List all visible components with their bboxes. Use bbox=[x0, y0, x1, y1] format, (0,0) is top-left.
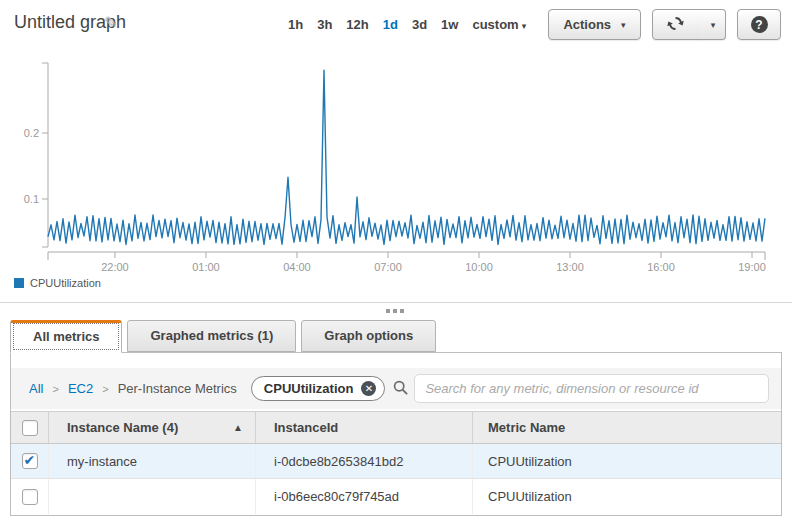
column-header-instance-name[interactable]: Instance Name (4) bbox=[67, 420, 178, 435]
cell-instance-id: i-0dcbe8b2653841bd2 bbox=[256, 444, 473, 478]
legend-item-cpuutilization[interactable]: CPUUtilization bbox=[14, 277, 101, 289]
metric-browse-bar: All > EC2 > Per-Instance Metrics CPUUtil… bbox=[11, 368, 781, 409]
filter-pill-label: CPUUtilization bbox=[264, 381, 354, 396]
column-header-metric-name[interactable]: Metric Name bbox=[473, 412, 781, 443]
time-range-selector: 1h 3h 12h 1d 3d 1w custom▾ bbox=[288, 17, 526, 32]
actions-button[interactable]: Actions ▾ bbox=[548, 9, 641, 40]
section-divider bbox=[0, 302, 792, 303]
help-button[interactable]: ? bbox=[737, 9, 781, 40]
search-icon bbox=[393, 380, 408, 398]
help-icon: ? bbox=[751, 16, 768, 33]
chevron-down-icon: ▾ bbox=[711, 20, 716, 30]
svg-text:0.2: 0.2 bbox=[24, 127, 39, 139]
legend-label: CPUUtilization bbox=[30, 277, 101, 289]
column-header-instance-id[interactable]: InstanceId bbox=[256, 412, 473, 443]
breadcrumb-separator: > bbox=[52, 383, 58, 395]
metrics-table: Instance Name (4) ▲ InstanceId Metric Na… bbox=[11, 411, 781, 514]
svg-text:13:00: 13:00 bbox=[556, 261, 584, 273]
svg-text:10:00: 10:00 bbox=[465, 261, 493, 273]
svg-text:16:00: 16:00 bbox=[647, 261, 675, 273]
time-range-item-custom[interactable]: custom▾ bbox=[472, 17, 526, 32]
chevron-down-icon: ▾ bbox=[621, 20, 626, 30]
svg-text:01:00: 01:00 bbox=[192, 261, 220, 273]
metric-line-chart[interactable]: 0.10.222:0001:0004:0007:0010:0013:0016:0… bbox=[0, 55, 792, 277]
svg-text:19:00: 19:00 bbox=[738, 261, 766, 273]
breadcrumb-separator: > bbox=[102, 383, 108, 395]
remove-filter-icon[interactable]: ✕ bbox=[361, 381, 376, 396]
time-range-item[interactable]: 3h bbox=[317, 17, 332, 32]
svg-text:07:00: 07:00 bbox=[374, 261, 402, 273]
actions-label: Actions bbox=[563, 17, 611, 32]
table-header-row: Instance Name (4) ▲ InstanceId Metric Na… bbox=[11, 411, 781, 444]
legend-color-swatch bbox=[14, 278, 24, 288]
cell-instance-name: my-instance bbox=[49, 444, 256, 478]
breadcrumb: All > EC2 > Per-Instance Metrics bbox=[29, 381, 237, 396]
svg-text:22:00: 22:00 bbox=[101, 261, 129, 273]
table-row[interactable]: my-instance i-0dcbe8b2653841bd2 CPUUtili… bbox=[11, 444, 781, 479]
all-metrics-panel: All > EC2 > Per-Instance Metrics CPUUtil… bbox=[10, 352, 782, 516]
table-row[interactable]: i-0b6eec80c79f745ad CPUUtilization bbox=[11, 479, 781, 514]
edit-title-pencil-icon[interactable]: ✎ bbox=[104, 13, 117, 32]
search-input[interactable] bbox=[414, 374, 769, 403]
cell-instance-name bbox=[49, 479, 256, 514]
chart-svg: 0.10.222:0001:0004:0007:0010:0013:0016:0… bbox=[0, 55, 792, 277]
chevron-down-icon: ▾ bbox=[522, 21, 527, 31]
refresh-options-button[interactable]: ▾ bbox=[698, 9, 726, 40]
cell-metric-name: CPUUtilization bbox=[473, 444, 781, 478]
metrics-tabs: All metrics Graphed metrics (1) Graph op… bbox=[10, 320, 436, 352]
graph-toolbar: Untitled graph ✎ 1h 3h 12h 1d 3d 1w cust… bbox=[0, 0, 792, 55]
refresh-button[interactable] bbox=[652, 9, 699, 40]
select-all-checkbox[interactable] bbox=[22, 420, 38, 436]
sort-ascending-icon[interactable]: ▲ bbox=[233, 422, 243, 433]
time-range-item[interactable]: 1d bbox=[383, 17, 398, 32]
tab-graphed-metrics[interactable]: Graphed metrics (1) bbox=[127, 320, 296, 352]
refresh-icon bbox=[667, 15, 684, 35]
search-zone bbox=[393, 374, 769, 403]
breadcrumb-ec2[interactable]: EC2 bbox=[68, 381, 93, 396]
row-checkbox[interactable] bbox=[22, 453, 38, 469]
custom-range-label: custom bbox=[472, 17, 518, 32]
filter-pill-cpuutilization[interactable]: CPUUtilization ✕ bbox=[251, 376, 386, 401]
row-checkbox[interactable] bbox=[22, 489, 38, 505]
tab-graph-options[interactable]: Graph options bbox=[301, 320, 436, 352]
resize-grip-icon[interactable] bbox=[384, 307, 406, 315]
time-range-item[interactable]: 1w bbox=[441, 17, 458, 32]
cell-metric-name: CPUUtilization bbox=[473, 479, 781, 514]
svg-text:04:00: 04:00 bbox=[283, 261, 311, 273]
breadcrumb-all[interactable]: All bbox=[29, 381, 43, 396]
tab-all-metrics[interactable]: All metrics bbox=[10, 320, 122, 353]
time-range-item[interactable]: 1h bbox=[288, 17, 303, 32]
breadcrumb-current: Per-Instance Metrics bbox=[118, 381, 237, 396]
cell-instance-id: i-0b6eec80c79f745ad bbox=[256, 479, 473, 514]
time-range-item[interactable]: 3d bbox=[412, 17, 427, 32]
svg-text:0.1: 0.1 bbox=[24, 193, 39, 205]
time-range-item[interactable]: 12h bbox=[346, 17, 368, 32]
